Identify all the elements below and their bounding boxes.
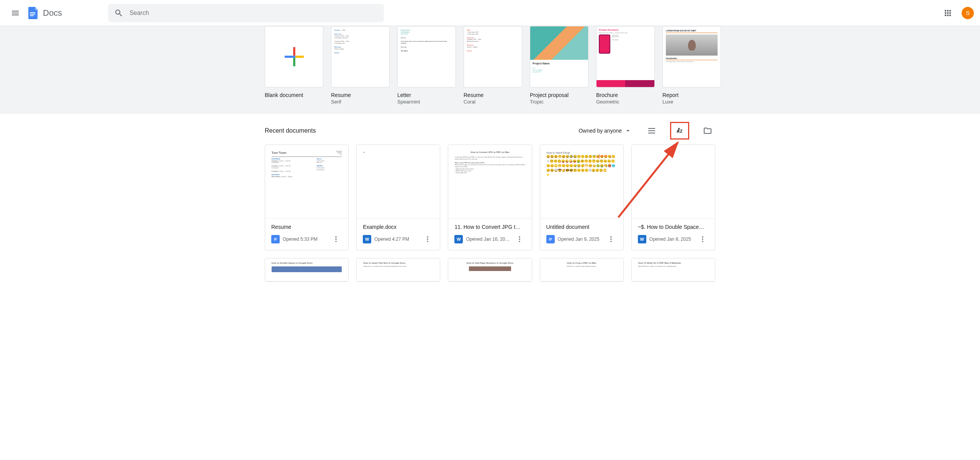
template-card-resume-coral[interactable]: Skills• Lorem ipsum skill• Lorem ipsum s… — [464, 26, 522, 105]
list-view-button[interactable] — [644, 123, 659, 138]
sort-az-button[interactable] — [670, 122, 689, 140]
svg-point-13 — [336, 238, 337, 240]
svg-rect-21 — [549, 238, 552, 238]
svg-point-17 — [427, 241, 428, 242]
template-subtitle: Tropic — [530, 99, 588, 105]
search-button[interactable] — [111, 5, 126, 21]
row2-preview-title: How to Double Space in Google Docs — [272, 262, 313, 264]
template-subtitle: Serif — [331, 99, 390, 105]
svg-rect-4 — [295, 56, 303, 58]
doc-thumb: How to Crop a PDF on MacPDF files are a … — [540, 258, 623, 281]
search-wrap — [93, 4, 399, 22]
docs-grid: Your Name123 Your St(555)555email EXPERI… — [265, 145, 715, 282]
template-subtitle: Spearmint — [397, 99, 456, 105]
doc-card[interactable]: a Example.docx W Opened 4:27 PM — [356, 145, 440, 250]
doc-card[interactable]: ~$. How to Double Space… W Opened Jan 8,… — [631, 145, 715, 250]
template-subtitle: Geometric — [596, 99, 655, 105]
doc-card[interactable]: How to Add Page Numbers in Google Docs — [448, 258, 532, 282]
avatar[interactable]: S — [962, 7, 974, 19]
docs-file-icon — [271, 235, 280, 243]
doc-opened: Opened Jan 9, 2025 — [558, 237, 602, 242]
doc-title: Example.docx — [363, 224, 434, 230]
template-title: Blank document — [265, 92, 323, 98]
header: Docs S — [0, 0, 980, 26]
doc-more-button[interactable] — [330, 233, 342, 245]
doc-more-button[interactable] — [513, 233, 526, 245]
doc-thumb: How to Insert Emoji 😀😃😄😁😆😅🤣😂🙂🙃😉😊😇🥰😍🤩😘😗☺😚… — [540, 145, 623, 219]
menu-button[interactable] — [6, 4, 25, 22]
dropdown-icon — [624, 127, 632, 135]
svg-point-12 — [336, 237, 337, 238]
svg-point-29 — [702, 241, 703, 242]
svg-point-15 — [427, 237, 428, 238]
apps-button[interactable] — [940, 5, 955, 21]
template-thumb: Product Brochure September 04, 20XX — Pr… — [596, 26, 655, 87]
recent-header: Recent documents Owned by anyone — [265, 122, 715, 140]
svg-rect-6 — [285, 56, 293, 58]
svg-point-28 — [702, 238, 703, 240]
doc-opened: Opened Jan 16, 2025 — [466, 237, 510, 242]
doc-card[interactable]: Your Name123 Your St(555)555email EXPERI… — [265, 145, 349, 250]
template-title: Report — [662, 92, 721, 98]
owned-dropdown[interactable]: Owned by anyone — [577, 125, 633, 137]
doc-card[interactable]: How to Double Space in Google Docs — [265, 258, 349, 282]
svg-rect-3 — [293, 47, 295, 56]
proposal-preview-title: Project Name — [530, 60, 588, 67]
svg-point-19 — [519, 238, 520, 240]
svg-rect-9 — [274, 238, 277, 238]
sort-az-icon — [675, 126, 684, 135]
template-thumb: Recipient NameStreet AddressCity, ST ZIP… — [397, 26, 456, 87]
doc-title: Untitled document — [546, 224, 617, 230]
svg-rect-10 — [274, 239, 277, 239]
logo-area[interactable]: Docs — [26, 6, 62, 20]
doc-card[interactable]: How to Insert Emoji 😀😃😄😁😆😅🤣😂🙂🙃😉😊😇🥰😍🤩😘😗☺😚… — [540, 145, 624, 250]
more-vert-icon — [332, 235, 340, 243]
doc-opened: Opened 5:33 PM — [283, 237, 327, 242]
row2-preview-title: How To Write On A PDF Mac 6 Methods — [638, 262, 681, 264]
row2-preview-title: How to Add Page Numbers in Google Docs — [467, 262, 513, 264]
doc-card[interactable]: How to Crop a PDF on MacPDF files are a … — [540, 258, 624, 282]
file-picker-button[interactable] — [700, 123, 715, 138]
convert-thumb-title: How to Convert JPG to PDF on Mac — [455, 151, 525, 154]
template-card-proposal-tropic[interactable]: Project Name YouYour CompanyCity, ST ZIP… — [530, 26, 588, 105]
search-icon — [114, 8, 123, 18]
svg-rect-11 — [274, 240, 276, 240]
template-card-report-luxe[interactable]: LOREM IPSUM DOLOR SIT AMET Introduction … — [662, 26, 721, 105]
template-card-letter-spearmint[interactable]: Recipient NameStreet AddressCity, ST ZIP… — [397, 26, 456, 105]
report-preview-title: LOREM IPSUM DOLOR SIT AMET — [666, 30, 718, 33]
row2-preview-title: How to Crop a PDF on Mac — [567, 262, 597, 264]
doc-thumb: How to Add Page Numbers in Google Docs — [448, 258, 531, 281]
doc-title: Resume — [271, 224, 342, 230]
doc-card[interactable]: How To Write On A PDF Mac 6 MethodsEditi… — [631, 258, 715, 282]
more-vert-icon — [607, 235, 615, 243]
template-thumb: Skills• Lorem ipsum skill• Lorem ipsum s… — [464, 26, 522, 87]
template-card-blank[interactable]: Blank document — [265, 26, 323, 105]
svg-point-25 — [610, 238, 611, 240]
search-input[interactable] — [126, 10, 381, 16]
search-bar[interactable] — [108, 4, 384, 22]
template-title: Resume — [331, 92, 390, 98]
doc-thumb — [632, 145, 715, 219]
svg-rect-22 — [549, 239, 552, 239]
template-subtitle: Coral — [464, 99, 522, 105]
docs-file-icon — [546, 235, 555, 243]
hamburger-icon — [11, 8, 20, 18]
doc-card[interactable]: How to Convert JPG to PDF on Mac Convert… — [448, 145, 532, 250]
doc-card[interactable]: How to Insert Text Box in Google DocsGoo… — [356, 258, 440, 282]
recent-controls: Owned by anyone — [577, 122, 715, 140]
plus-icon — [285, 47, 304, 66]
svg-rect-1 — [30, 14, 35, 15]
template-card-brochure-geometric[interactable]: Product Brochure September 04, 20XX — Pr… — [596, 26, 655, 105]
doc-more-button[interactable] — [605, 233, 617, 245]
template-title: Brochure — [596, 92, 655, 98]
resume-thumb-name: Your Name — [272, 151, 287, 156]
recent-title: Recent documents — [265, 127, 316, 134]
emoji-thumb-title: How to Insert Emoji — [546, 151, 570, 154]
more-vert-icon — [516, 235, 523, 243]
doc-more-button[interactable] — [696, 233, 709, 245]
list-icon — [647, 126, 656, 135]
doc-more-button[interactable] — [421, 233, 434, 245]
template-card-resume-serif[interactable]: Designer — skillsExperienceCompany / Rol… — [331, 26, 390, 105]
doc-title: 11. How to Convert JPG t… — [454, 224, 525, 230]
svg-point-20 — [519, 241, 520, 242]
